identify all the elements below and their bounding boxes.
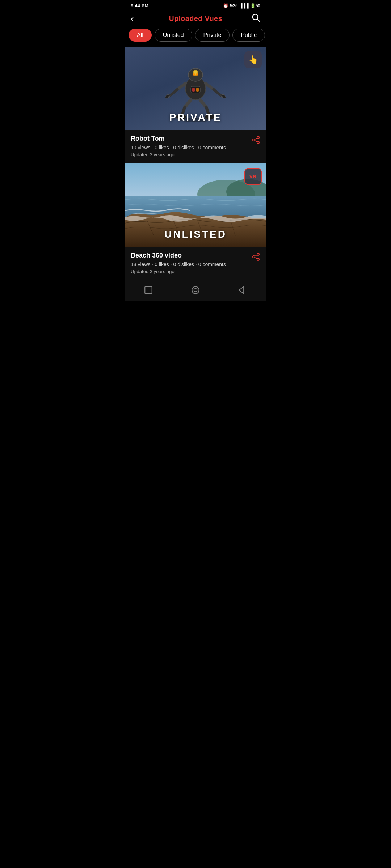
svg-marker-43 [239,286,244,294]
svg-line-25 [255,141,257,142]
card-thumbnail-robot[interactable]: 👆 PRIVATE [125,47,266,130]
share-button-beach[interactable] [252,252,260,263]
svg-point-6 [193,73,195,76]
svg-line-12 [185,100,191,107]
card-title-text-beach: Beach 360 video [131,252,226,259]
svg-line-11 [214,89,221,95]
svg-line-8 [177,84,185,89]
svg-rect-18 [191,86,200,93]
svg-line-26 [255,138,257,140]
card-updated: Updated 3 years ago [131,152,226,157]
svg-point-7 [196,73,198,76]
top-nav: ‹ Uploaded Vues [125,10,266,29]
battery-icon: 🔋50 [250,3,260,8]
card-info-robot: Robot Tom 10 views · 0 likes · 0 dislike… [125,130,266,163]
bottom-nav [125,280,266,301]
svg-line-38 [255,258,257,259]
card-info-beach: Beach 360 video 18 views · 0 likes · 0 d… [125,247,266,280]
svg-line-39 [255,255,257,256]
card-stats: 10 views · 0 likes · 0 dislikes · 0 comm… [131,145,226,150]
card-info-header: Robot Tom 10 views · 0 likes · 0 dislike… [131,135,260,157]
card-updated-beach: Updated 3 years ago [131,269,226,274]
time-label: 9:44 PM [131,3,148,8]
svg-rect-40 [145,286,152,294]
share-button-robot[interactable] [252,136,260,146]
back-button[interactable]: ‹ [131,13,145,24]
alarm-icon: ⏰ [223,3,228,8]
svg-point-41 [192,286,199,294]
card-info-header-beach: Beach 360 video 18 views · 0 likes · 0 d… [131,252,260,274]
filter-tab-unlisted[interactable]: Unlisted [155,29,192,42]
filter-tab-public[interactable]: Public [232,29,265,42]
card-status-label-beach: UNLISTED [125,229,266,240]
interactive-badge: 👆 [244,51,262,68]
card-robot-tom: 👆 PRIVATE Robot Tom 10 views · 0 likes ·… [125,47,266,163]
vr-badge: VR [244,168,262,185]
svg-rect-20 [196,88,199,92]
filter-tabs: All Unlisted Private Public S [125,29,266,47]
signal-bars-icon: ▐▐▐ [239,3,249,8]
svg-line-9 [170,89,177,95]
card-status-label: PRIVATE [125,112,266,123]
svg-line-10 [206,84,214,89]
nav-home-button[interactable] [191,285,200,295]
search-button[interactable] [246,13,260,24]
status-icons: ⏰ 5G⁺ ▐▐▐ 🔋50 [223,3,260,8]
svg-line-1 [257,19,260,21]
card-title-text: Robot Tom [131,135,226,142]
svg-rect-19 [192,88,195,92]
status-bar: 9:44 PM ⏰ 5G⁺ ▐▐▐ 🔋50 [125,0,266,10]
svg-point-42 [194,289,197,292]
filter-tab-all[interactable]: All [129,29,152,42]
card-beach-360: VR UNLISTED Beach 360 video 18 views · 0… [125,163,266,280]
card-stats-beach: 18 views · 0 likes · 0 dislikes · 0 comm… [131,261,226,267]
filter-tab-private[interactable]: Private [195,29,230,42]
signal-icon: 5G⁺ [230,3,238,8]
card-title-beach[interactable]: Beach 360 video 18 views · 0 likes · 0 d… [131,252,226,274]
svg-line-15 [200,100,206,107]
nav-stop-button[interactable] [144,285,153,295]
card-thumbnail-beach[interactable]: VR UNLISTED [125,163,266,247]
nav-back-button[interactable] [238,285,247,295]
status-time: 9:44 PM [131,3,148,8]
page-title: Uploaded Vues [169,14,222,23]
card-title[interactable]: Robot Tom 10 views · 0 likes · 0 dislike… [131,135,226,157]
vr-label: VR [249,174,257,179]
